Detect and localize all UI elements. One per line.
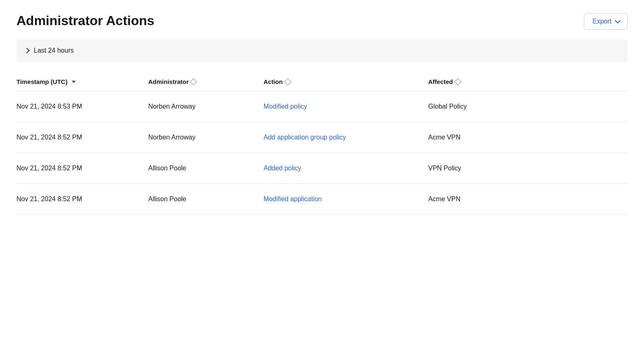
cell-timestamp: Nov 21, 2024 8:52 PM <box>16 134 148 141</box>
export-button[interactable]: Export <box>584 13 628 30</box>
col-timestamp-label: Timestamp (UTC) <box>16 78 68 85</box>
export-label: Export <box>593 18 611 25</box>
cell-action[interactable]: Modified policy <box>264 103 428 110</box>
table-body: Nov 21, 2024 8:53 PMNorben ArrowayModifi… <box>16 91 628 215</box>
table-row: Nov 21, 2024 8:53 PMNorben ArrowayModifi… <box>16 91 628 122</box>
cell-administrator: Allison Poole <box>148 195 264 203</box>
sort-diamond-icon-3 <box>455 78 462 85</box>
cell-administrator: Allison Poole <box>148 165 264 172</box>
cell-timestamp: Nov 21, 2024 8:53 PM <box>16 103 148 110</box>
cell-affected: VPN Policy <box>428 165 628 172</box>
table-row: Nov 21, 2024 8:52 PMNorben ArrowayAdd ap… <box>16 122 628 153</box>
chevron-down-icon <box>615 18 621 23</box>
table-container: Timestamp (UTC) Administrator Action Aff… <box>16 78 628 215</box>
filter-label: Last 24 hours <box>34 47 74 54</box>
cell-administrator: Norben Arroway <box>148 103 264 110</box>
sort-down-icon <box>72 81 76 83</box>
expand-chevron-icon <box>24 48 30 53</box>
cell-affected: Acme VPN <box>428 134 628 141</box>
cell-action[interactable]: Modified application <box>264 195 428 203</box>
sort-triangle-icon <box>72 81 76 83</box>
filter-bar[interactable]: Last 24 hours <box>16 39 628 62</box>
col-administrator[interactable]: Administrator <box>148 78 264 85</box>
col-action-label: Action <box>264 78 283 85</box>
cell-affected: Global Policy <box>428 103 628 110</box>
col-action[interactable]: Action <box>264 78 428 85</box>
sort-diamond-icon <box>190 78 197 85</box>
sort-diamond-icon-2 <box>284 78 291 85</box>
col-affected-label: Affected <box>428 78 453 85</box>
page-container: Administrator Actions Export Last 24 hou… <box>0 0 644 228</box>
table-row: Nov 21, 2024 8:52 PMAllison PooleModifie… <box>16 184 628 215</box>
col-affected[interactable]: Affected <box>428 78 628 85</box>
cell-administrator: Norben Arroway <box>148 134 264 141</box>
col-administrator-label: Administrator <box>148 78 189 85</box>
table-header: Timestamp (UTC) Administrator Action Aff… <box>16 78 628 91</box>
cell-timestamp: Nov 21, 2024 8:52 PM <box>16 195 148 203</box>
cell-action[interactable]: Add application group policy <box>264 134 428 141</box>
page-title: Administrator Actions <box>16 13 154 28</box>
table-row: Nov 21, 2024 8:52 PMAllison PooleAdded p… <box>16 153 628 184</box>
cell-timestamp: Nov 21, 2024 8:52 PM <box>16 165 148 172</box>
col-timestamp[interactable]: Timestamp (UTC) <box>16 78 148 85</box>
page-header: Administrator Actions Export <box>16 13 628 30</box>
cell-action[interactable]: Added policy <box>264 165 428 172</box>
cell-affected: Acme VPN <box>428 195 628 203</box>
